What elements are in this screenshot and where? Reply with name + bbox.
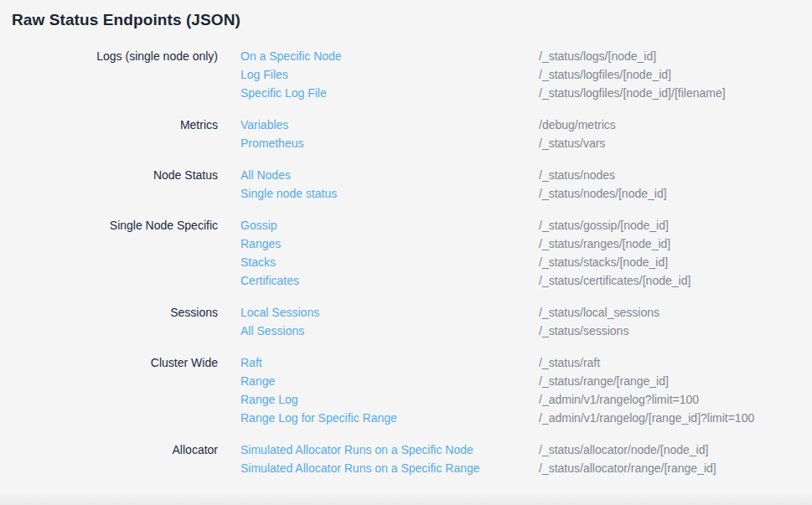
endpoint-group: Cluster Wide Raft /_status/raft Range /_… <box>12 353 812 427</box>
endpoint-path: /_admin/v1/rangelog?limit=100 <box>539 390 812 409</box>
endpoint-category-label: Sessions <box>12 303 218 322</box>
endpoint-rows: Variables /debug/metrics Prometheus /_st… <box>240 116 812 152</box>
endpoint-path: /_status/nodes/[node_id] <box>539 184 812 203</box>
endpoint-link[interactable]: Ranges <box>240 234 539 253</box>
endpoint-category-label: Metrics <box>12 116 218 134</box>
endpoint-path: /_status/logs/[node_id] <box>539 47 812 65</box>
endpoint-group: Logs (single node only) On a Specific No… <box>12 47 812 102</box>
endpoint-link[interactable]: Variables <box>240 116 539 134</box>
endpoint-row: On a Specific Node /_status/logs/[node_i… <box>240 47 812 65</box>
endpoint-rows: All Nodes /_status/nodes Single node sta… <box>240 166 812 203</box>
endpoint-link[interactable]: Local Sessions <box>240 303 539 322</box>
endpoint-row: Simulated Allocator Runs on a Specific N… <box>240 441 812 459</box>
endpoint-row: Specific Log File /_status/logfiles/[nod… <box>240 84 812 102</box>
endpoint-category-label: Cluster Wide <box>12 353 218 372</box>
endpoint-path: /_status/nodes <box>539 166 812 184</box>
endpoint-rows: Simulated Allocator Runs on a Specific N… <box>240 441 812 477</box>
endpoint-link[interactable]: Specific Log File <box>240 84 539 102</box>
endpoint-row: Variables /debug/metrics <box>240 116 812 134</box>
endpoint-link[interactable]: Log Files <box>240 65 539 84</box>
endpoint-row: Gossip /_status/gossip/[node_id] <box>240 216 812 234</box>
endpoint-row: Simulated Allocator Runs on a Specific R… <box>240 459 812 477</box>
endpoint-path: /_status/allocator/range/[range_id] <box>539 459 812 477</box>
endpoint-path: /_admin/v1/rangelog/[range_id]?limit=100 <box>539 409 812 427</box>
endpoint-path: /_status/stacks/[node_id] <box>539 253 812 271</box>
endpoint-link[interactable]: Simulated Allocator Runs on a Specific R… <box>240 459 539 477</box>
endpoint-link[interactable]: Range Log for Specific Range <box>240 409 539 427</box>
endpoint-path: /_status/vars <box>539 134 812 152</box>
endpoint-row: Single node status /_status/nodes/[node_… <box>240 184 812 203</box>
endpoint-path: /debug/metrics <box>539 116 812 134</box>
endpoint-link[interactable]: Range <box>240 372 539 390</box>
endpoint-groups: Logs (single node only) On a Specific No… <box>12 47 812 477</box>
endpoint-link[interactable]: All Nodes <box>240 166 539 184</box>
endpoint-link[interactable]: Single node status <box>240 184 539 203</box>
endpoint-link[interactable]: Raft <box>240 353 539 372</box>
endpoint-link[interactable]: Gossip <box>240 216 539 234</box>
endpoint-row: Ranges /_status/ranges/[node_id] <box>240 234 812 253</box>
endpoint-row: Log Files /_status/logfiles/[node_id] <box>240 65 812 84</box>
endpoint-link[interactable]: On a Specific Node <box>240 47 539 65</box>
endpoint-group: Single Node Specific Gossip /_status/gos… <box>12 216 812 290</box>
endpoint-category-label: Single Node Specific <box>12 216 218 234</box>
endpoint-category-label: Allocator <box>12 441 218 459</box>
footer-strip <box>0 493 812 505</box>
endpoint-rows: Local Sessions /_status/local_sessions A… <box>240 303 812 340</box>
endpoint-row: Range Log /_admin/v1/rangelog?limit=100 <box>240 390 812 409</box>
endpoint-row: Stacks /_status/stacks/[node_id] <box>240 253 812 271</box>
endpoint-path: /_status/allocator/node/[node_id] <box>539 441 812 459</box>
endpoint-path: /_status/logfiles/[node_id]/[filename] <box>539 84 812 102</box>
endpoint-row: Range /_status/range/[range_id] <box>240 372 812 390</box>
endpoint-group: Metrics Variables /debug/metrics Prometh… <box>12 116 812 152</box>
endpoint-link[interactable]: Stacks <box>240 253 539 271</box>
endpoint-path: /_status/raft <box>539 353 812 372</box>
page-title: Raw Status Endpoints (JSON) <box>12 11 812 29</box>
endpoint-path: /_status/sessions <box>539 322 812 340</box>
endpoint-path: /_status/logfiles/[node_id] <box>539 65 812 84</box>
endpoint-rows: On a Specific Node /_status/logs/[node_i… <box>240 47 812 102</box>
endpoint-row: Raft /_status/raft <box>240 353 812 372</box>
endpoint-link[interactable]: Certificates <box>240 271 539 290</box>
endpoint-path: /_status/local_sessions <box>539 303 812 322</box>
endpoint-row: Local Sessions /_status/local_sessions <box>240 303 812 322</box>
endpoint-category-label: Logs (single node only) <box>12 47 218 65</box>
endpoint-group: Allocator Simulated Allocator Runs on a … <box>12 441 812 477</box>
endpoint-link[interactable]: Range Log <box>240 390 539 409</box>
endpoint-group: Node Status All Nodes /_status/nodes Sin… <box>12 166 812 203</box>
endpoint-group: Sessions Local Sessions /_status/local_s… <box>12 303 812 340</box>
endpoint-link[interactable]: Prometheus <box>240 134 539 152</box>
endpoint-link[interactable]: Simulated Allocator Runs on a Specific N… <box>240 441 539 459</box>
endpoint-category-label: Node Status <box>12 166 218 184</box>
endpoint-row: Prometheus /_status/vars <box>240 134 812 152</box>
endpoint-path: /_status/certificates/[node_id] <box>539 271 812 290</box>
endpoint-path: /_status/ranges/[node_id] <box>539 234 812 253</box>
endpoint-rows: Gossip /_status/gossip/[node_id] Ranges … <box>240 216 812 290</box>
endpoint-row: All Sessions /_status/sessions <box>240 322 812 340</box>
endpoint-path: /_status/range/[range_id] <box>539 372 812 390</box>
endpoint-row: All Nodes /_status/nodes <box>240 166 812 184</box>
endpoint-link[interactable]: All Sessions <box>240 322 539 340</box>
endpoint-row: Certificates /_status/certificates/[node… <box>240 271 812 290</box>
debug-endpoints-page: Raw Status Endpoints (JSON) Logs (single… <box>0 0 812 477</box>
endpoint-path: /_status/gossip/[node_id] <box>539 216 812 234</box>
endpoint-row: Range Log for Specific Range /_admin/v1/… <box>240 409 812 427</box>
endpoint-rows: Raft /_status/raft Range /_status/range/… <box>240 353 812 427</box>
